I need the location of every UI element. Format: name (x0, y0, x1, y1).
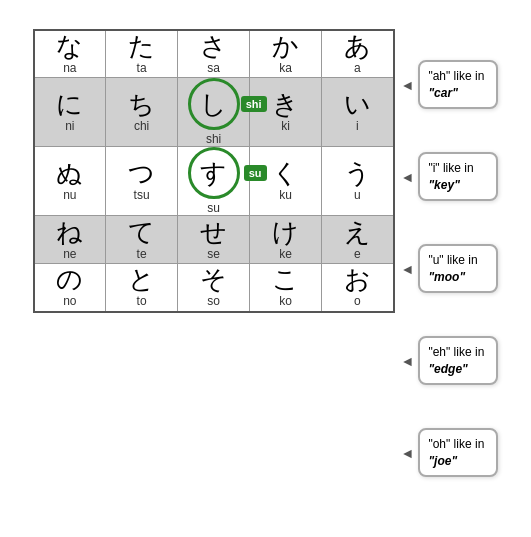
romaji-label: ke (279, 245, 292, 261)
tooltip-example: "joe" (428, 454, 457, 468)
table-cell: なna (34, 30, 106, 78)
tooltip-text: "u" like in (428, 253, 477, 267)
table-cell: たta (106, 30, 178, 78)
table-cell: しshishi (178, 78, 250, 147)
romaji-label: ka (279, 59, 292, 75)
tooltip-item: ◄"oh" like in"joe" (401, 407, 499, 499)
romaji-label: tsu (134, 186, 150, 202)
table-cell: あa (322, 30, 394, 78)
table-cell: のno (34, 264, 106, 312)
kana-character: う (344, 160, 371, 186)
arrow-icon: ◄ (401, 169, 415, 185)
romaji-label: no (63, 292, 76, 308)
kana-character: と (128, 266, 155, 292)
kana-character: の (56, 266, 83, 292)
romaji-label: i (356, 117, 359, 133)
table-cell: つtsu (106, 147, 178, 216)
romaji-label: u (354, 186, 361, 202)
pronunciation-tooltip: "eh" like in"edge" (418, 336, 498, 386)
kana-character: に (56, 91, 83, 117)
tooltip-example: "edge" (428, 362, 467, 376)
romaji-badge: su (244, 165, 267, 181)
table-cell: くku (250, 147, 322, 216)
romaji-label: chi (134, 117, 149, 133)
tooltip-text: "eh" like in (428, 345, 484, 359)
kana-character: ぬ (56, 160, 83, 186)
kana-character: せ (200, 219, 227, 245)
romaji-label: ne (63, 245, 76, 261)
tooltip-item: ◄"ah" like in"car" (401, 39, 499, 131)
romaji-label: e (354, 245, 361, 261)
tooltip-item: ◄"i" like in"key" (401, 131, 499, 223)
tooltip-text: "i" like in (428, 161, 473, 175)
kana-character: く (272, 160, 299, 186)
kana-character: し (200, 91, 227, 117)
kana-grid-wrapper: なnaたtaさsaかkaあaにniちchiしshishiきkiいiぬnuつtsu… (33, 29, 395, 313)
arrow-icon: ◄ (401, 77, 415, 93)
table-cell: きki (250, 78, 322, 147)
tooltip-example: "moo" (428, 270, 465, 284)
kana-character: お (344, 266, 371, 292)
table-cell: すsusu (178, 147, 250, 216)
main-container: なnaたtaさsaかkaあaにniちchiしshishiきkiいiぬnuつtsu… (29, 21, 503, 517)
pronunciation-tooltip: "ah" like in"car" (418, 60, 498, 110)
table-cell: てte (106, 216, 178, 264)
table-cell: うu (322, 147, 394, 216)
tooltip-example: "key" (428, 178, 459, 192)
romaji-label: ko (279, 292, 292, 308)
kana-character: か (272, 33, 299, 59)
table-cell: ぬnu (34, 147, 106, 216)
kana-character: つ (128, 160, 155, 186)
table-cell: おo (322, 264, 394, 312)
romaji-label: ku (279, 186, 292, 202)
romaji-label: so (207, 292, 220, 308)
romaji-label: ta (137, 59, 147, 75)
kana-character: あ (344, 33, 371, 59)
table-cell: ちchi (106, 78, 178, 147)
romaji-label: shi (206, 130, 221, 146)
pronunciation-tooltip: "oh" like in"joe" (418, 428, 498, 478)
kana-character: ち (128, 91, 155, 117)
table-cell: えe (322, 216, 394, 264)
arrow-icon: ◄ (401, 261, 415, 277)
table-cell: かka (250, 30, 322, 78)
kana-character: え (344, 219, 371, 245)
table-cell: とto (106, 264, 178, 312)
romaji-label: na (63, 59, 76, 75)
romaji-label: te (137, 245, 147, 261)
kana-character: そ (200, 266, 227, 292)
arrow-icon: ◄ (401, 353, 415, 369)
kana-character: ね (56, 219, 83, 245)
romaji-label: sa (207, 59, 220, 75)
kana-character: こ (272, 266, 299, 292)
tooltip-text: "oh" like in (428, 437, 484, 451)
tooltip-item: ◄"u" like in"moo" (401, 223, 499, 315)
romaji-label: ni (65, 117, 74, 133)
romaji-label: su (207, 199, 220, 215)
romaji-label: to (137, 292, 147, 308)
kana-character: け (272, 219, 299, 245)
kana-character: た (128, 33, 155, 59)
romaji-label: o (354, 292, 361, 308)
kana-character: す (200, 160, 227, 186)
kana-table: なnaたtaさsaかkaあaにniちchiしshishiきkiいiぬnuつtsu… (33, 29, 395, 313)
pronunciation-tooltip: "u" like in"moo" (418, 244, 498, 294)
table-cell: そso (178, 264, 250, 312)
tooltips-column: ◄"ah" like in"car"◄"i" like in"key"◄"u" … (401, 29, 499, 509)
kana-character: な (56, 33, 83, 59)
table-cell: さsa (178, 30, 250, 78)
romaji-badge: shi (241, 96, 267, 112)
kana-character: さ (200, 33, 227, 59)
table-cell: せse (178, 216, 250, 264)
arrow-icon: ◄ (401, 445, 415, 461)
romaji-label: a (354, 59, 361, 75)
table-cell: いi (322, 78, 394, 147)
table-cell: にni (34, 78, 106, 147)
kana-character: て (128, 219, 155, 245)
table-cell: ねne (34, 216, 106, 264)
tooltip-text: "ah" like in (428, 69, 484, 83)
pronunciation-tooltip: "i" like in"key" (418, 152, 498, 202)
kana-character: い (344, 91, 371, 117)
romaji-label: ki (281, 117, 290, 133)
kana-character: き (272, 91, 299, 117)
